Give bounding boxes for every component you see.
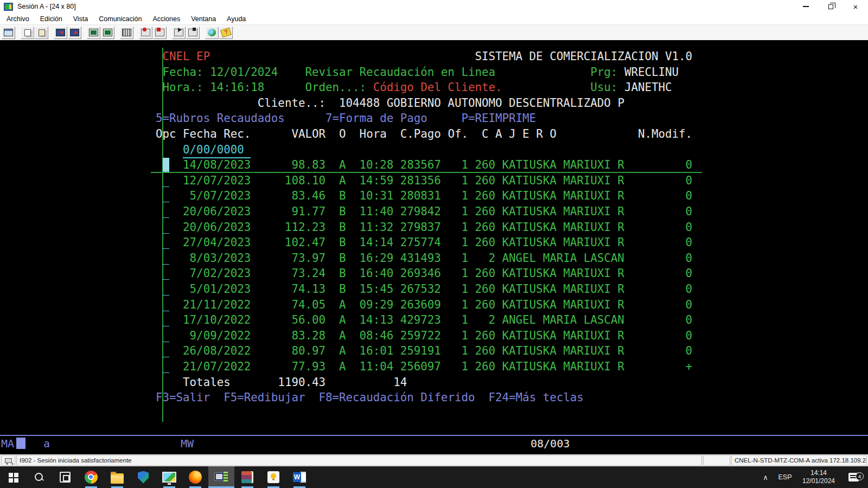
language-indicator[interactable]: ESP — [774, 473, 796, 481]
color-map-button[interactable] — [87, 27, 100, 39]
row-oficina: 1 — [441, 328, 468, 344]
terminal-text: 7=Forma de Pago — [326, 111, 427, 126]
row-fecha: 17/10/2022 — [183, 312, 251, 328]
opc-input-field[interactable]: _ — [163, 157, 170, 173]
terminal-area[interactable]: CNEL EPSISTEMA DE COMERCIALIZACION V1.0F… — [0, 40, 868, 454]
opc-input-field[interactable]: _ — [163, 312, 170, 328]
keyboard-setup-button[interactable] — [120, 27, 133, 39]
opc-input-field[interactable]: _ — [163, 328, 170, 344]
terminal-text: 104488 GOBIERNO AUTONOMO DESCENTRALIZADO… — [339, 95, 624, 111]
lightshot-icon — [267, 471, 279, 483]
record-macro-button[interactable] — [139, 27, 152, 39]
row-oficina: 1 — [441, 173, 468, 189]
status-message: I902 - Sesión iniciada satisfactoriament… — [16, 455, 702, 466]
stop-macro-button[interactable] — [186, 27, 200, 39]
tray-time: 14:14 — [796, 469, 841, 477]
new-session-button[interactable] — [2, 27, 15, 39]
row-caja: 260 — [468, 297, 495, 313]
opc-input-field[interactable]: _ — [163, 173, 170, 189]
row-valor: 112.23 — [251, 220, 326, 235]
taskbar-word-button[interactable] — [286, 466, 312, 488]
terminal-text: SISTEMA DE COMERCIALIZACION V1.0 — [475, 49, 692, 65]
taskbar-start-button[interactable] — [0, 466, 26, 488]
menu-item-acciones[interactable]: Acciones — [147, 13, 186, 25]
menu-item-archivo[interactable]: Archivo — [1, 13, 35, 25]
receive-file-button[interactable] — [68, 27, 81, 39]
row-fecha: 27/04/2023 — [183, 235, 251, 251]
row-cpago: 259722 — [400, 328, 441, 344]
receive-file-icon — [70, 29, 79, 36]
row-caja: 260 — [468, 343, 495, 359]
opc-input-field[interactable]: _ — [163, 297, 170, 313]
menu-item-ayuda[interactable]: Ayuda — [221, 13, 251, 25]
oia-mode-indicator: MW — [181, 437, 194, 450]
close-button[interactable]: × — [843, 0, 868, 13]
stop-macro-icon — [188, 29, 197, 36]
window-titlebar[interactable]: Sesión A - [24 x 80] × — [0, 0, 868, 13]
taskbar-pcomm-button[interactable] — [208, 466, 234, 488]
connected-icon — [5, 458, 12, 463]
opc-input-field[interactable]: _ — [163, 359, 170, 375]
opc-input-field[interactable]: _ — [163, 266, 170, 281]
opc-input-field[interactable]: _ — [163, 251, 170, 266]
row-fecha: 26/08/2022 — [183, 343, 251, 359]
hidden-icons-chevron[interactable]: ∧ — [757, 473, 774, 481]
paste-button[interactable] — [35, 27, 48, 39]
taskbar-file-explorer-button[interactable] — [104, 466, 130, 488]
opc-input-field[interactable]: _ — [163, 235, 170, 251]
opc-input-field[interactable]: _ — [163, 188, 170, 204]
system-tray: ∧ ESP 14:14 12/01/2024 4 — [757, 466, 866, 488]
send-file-button[interactable] — [54, 27, 67, 39]
web-browser-button[interactable] — [205, 27, 219, 39]
opc-input-field[interactable]: _ — [163, 281, 170, 297]
copy-button[interactable] — [21, 27, 34, 39]
menu-bar: ArchivoEdiciónVistaComunicaciónAccionesV… — [0, 13, 868, 25]
row-hora: 11:32 — [360, 220, 394, 235]
row-nmodif: + — [624, 359, 692, 375]
row-o: B — [339, 266, 346, 281]
row-cpago: 280831 — [400, 188, 441, 204]
opc-input-field[interactable]: _ — [163, 220, 170, 235]
row-valor: 98.83 — [251, 157, 326, 173]
opc-input-field[interactable]: _ — [163, 343, 170, 359]
menu-item-edicion[interactable]: Edición — [35, 13, 68, 25]
row-hora: 16:40 — [360, 266, 394, 281]
taskbar-search-button[interactable] — [26, 466, 52, 488]
display-setup-icon — [103, 29, 112, 36]
taskbar-apps — [0, 466, 312, 488]
play-macro-button[interactable] — [172, 27, 186, 39]
word-icon — [293, 471, 306, 483]
restore-button[interactable] — [818, 0, 843, 13]
row-caja: 2 — [468, 251, 495, 266]
row-nmodif: 0 — [624, 235, 692, 251]
taskbar-windows-security-button[interactable] — [130, 466, 156, 488]
row-nmodif: 0 — [624, 328, 692, 344]
row-cpago: 267532 — [400, 281, 441, 297]
row-cajero: KATIUSKA MARIUXI R — [502, 266, 624, 281]
row-o: B — [339, 220, 346, 235]
clock[interactable]: 14:14 12/01/2024 — [796, 469, 841, 485]
row-caja: 260 — [468, 281, 495, 297]
row-cpago: 431493 — [400, 251, 441, 266]
notification-center-button[interactable]: 4 — [841, 473, 866, 481]
minimize-button[interactable] — [793, 0, 818, 13]
taskbar-chrome-button[interactable] — [78, 466, 104, 488]
menu-item-comunicacion[interactable]: Comunicación — [93, 13, 147, 25]
opc-input-field[interactable]: _ — [163, 204, 170, 220]
display-setup-button[interactable] — [101, 27, 114, 39]
taskbar-photos-button[interactable] — [156, 466, 182, 488]
stop-record-button[interactable] — [153, 27, 167, 39]
menu-item-ventana[interactable]: Ventana — [186, 13, 221, 25]
row-caja: 260 — [468, 235, 495, 251]
taskbar-winrar-button[interactable] — [234, 466, 260, 488]
taskbar-task-view-button[interactable] — [52, 466, 78, 488]
date-entry-field[interactable]: 0/00/0000 — [183, 142, 251, 159]
status-empty-pane — [703, 455, 730, 466]
help-index-button[interactable] — [219, 27, 233, 39]
restore-icon — [828, 4, 833, 9]
row-cpago: 279842 — [400, 204, 441, 220]
menu-item-vista[interactable]: Vista — [68, 13, 94, 25]
taskbar-lightshot-button[interactable] — [260, 466, 286, 488]
row-oficina: 1 — [441, 281, 468, 297]
taskbar-firefox-button[interactable] — [182, 466, 208, 488]
